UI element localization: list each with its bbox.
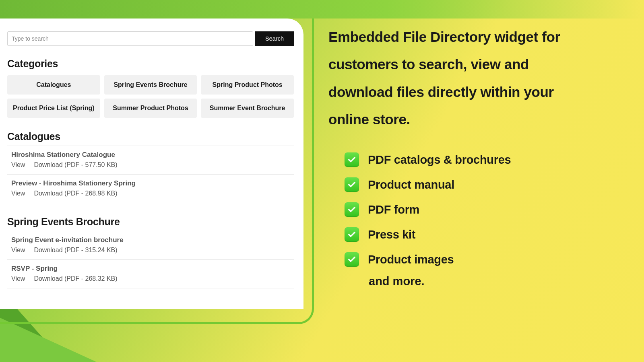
bullet-row: Product manual: [345, 177, 570, 192]
file-name: Hiroshima Stationery Catalogue: [11, 151, 294, 159]
bullet-text: PDF form: [368, 203, 419, 216]
file-directory-card: Search Categories Catalogues Spring Even…: [0, 19, 303, 309]
bullet-row: Product images: [345, 252, 570, 267]
checkmark-icon: [345, 177, 359, 192]
file-actions: View Download (PDF - 315.24 KB): [11, 247, 294, 254]
category-chip[interactable]: Summer Event Brochure: [201, 99, 294, 118]
file-group: Catalogues Hiroshima Stationery Catalogu…: [7, 131, 294, 203]
download-link[interactable]: Download (PDF - 577.50 KB): [34, 161, 117, 169]
download-link[interactable]: Download (PDF - 315.24 KB): [34, 247, 117, 254]
file-actions: View Download (PDF - 268.98 KB): [11, 190, 294, 197]
bullet-text: PDF catalogs & brochures: [368, 153, 511, 167]
file-name: Preview - Hiroshima Stationery Spring: [11, 179, 294, 187]
search-row: Search: [7, 31, 294, 46]
group-title: Spring Events Brochure: [7, 216, 294, 228]
file-item: RSVP - Spring View Download (PDF - 268.3…: [7, 260, 294, 288]
search-button[interactable]: Search: [255, 31, 294, 46]
download-link[interactable]: Download (PDF - 268.98 KB): [34, 190, 117, 197]
categories-heading: Categories: [7, 58, 294, 70]
view-link[interactable]: View: [11, 247, 25, 254]
category-chip[interactable]: Catalogues: [7, 75, 100, 95]
file-actions: View Download (PDF - 577.50 KB): [11, 161, 294, 169]
category-chip[interactable]: Product Price List (Spring): [7, 99, 100, 118]
bullet-more: and more.: [369, 275, 570, 288]
category-chip[interactable]: Spring Product Photos: [201, 75, 294, 95]
bullet-row: Press kit: [345, 227, 570, 242]
bullet-text: Product images: [368, 253, 454, 266]
category-chip-grid: Catalogues Spring Events Brochure Spring…: [7, 75, 294, 118]
marketing-bullets: PDF catalogs & brochures Product manual …: [328, 152, 570, 288]
bullet-row: PDF form: [345, 202, 570, 217]
file-name: Spring Event e-invitation brochure: [11, 236, 294, 244]
file-name: RSVP - Spring: [11, 265, 294, 273]
checkmark-icon: [345, 202, 359, 217]
group-title: Catalogues: [7, 131, 294, 142]
view-link[interactable]: View: [11, 161, 25, 169]
view-link[interactable]: View: [11, 190, 25, 197]
search-input[interactable]: [7, 31, 253, 46]
marketing-panel: Embedded File Directory widget for custo…: [328, 23, 570, 288]
file-group: Spring Events Brochure Spring Event e-in…: [7, 216, 294, 288]
file-actions: View Download (PDF - 268.32 KB): [11, 275, 294, 282]
group-list: Spring Event e-invitation brochure View …: [7, 231, 294, 288]
file-item: Hiroshima Stationery Catalogue View Down…: [7, 146, 294, 175]
top-green-bar: [0, 0, 644, 19]
file-item: Spring Event e-invitation brochure View …: [7, 231, 294, 260]
download-link[interactable]: Download (PDF - 268.32 KB): [34, 275, 117, 282]
checkmark-icon: [345, 227, 359, 242]
category-chip[interactable]: Summer Product Photos: [104, 99, 197, 118]
view-link[interactable]: View: [11, 275, 25, 282]
bullet-row: PDF catalogs & brochures: [345, 152, 570, 167]
marketing-headline: Embedded File Directory widget for custo…: [328, 23, 570, 133]
category-chip[interactable]: Spring Events Brochure: [104, 75, 197, 95]
bullet-text: Product manual: [368, 178, 454, 191]
file-item: Preview - Hiroshima Stationery Spring Vi…: [7, 175, 294, 203]
checkmark-icon: [345, 252, 359, 267]
bullet-text: Press kit: [368, 228, 415, 241]
group-list: Hiroshima Stationery Catalogue View Down…: [7, 146, 294, 203]
checkmark-icon: [345, 152, 359, 167]
